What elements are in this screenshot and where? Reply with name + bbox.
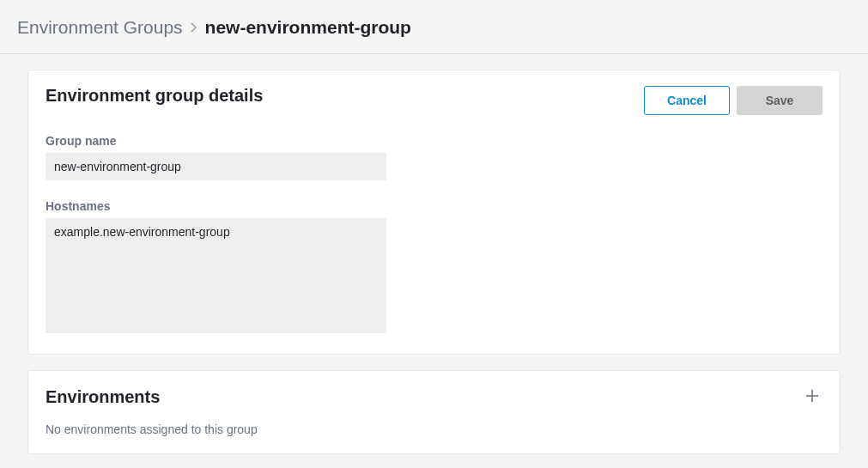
plus-icon xyxy=(804,388,820,406)
breadcrumb-parent-link[interactable]: Environment Groups xyxy=(17,17,183,38)
hostnames-label: Hostnames xyxy=(46,199,822,213)
environments-card: Environments No environments assigned to… xyxy=(27,370,841,454)
breadcrumb-current: new-environment-group xyxy=(205,17,411,38)
details-card-header: Environment group details Cancel Save xyxy=(46,86,822,115)
group-name-input[interactable] xyxy=(46,153,386,180)
details-card: Environment group details Cancel Save Gr… xyxy=(27,70,841,355)
environments-title: Environments xyxy=(46,387,160,407)
add-environment-button[interactable] xyxy=(802,386,822,407)
breadcrumb: Environment Groups new-environment-group xyxy=(0,0,868,54)
main-content: Environment group details Cancel Save Gr… xyxy=(0,54,868,468)
cancel-button[interactable]: Cancel xyxy=(644,86,730,115)
environments-empty-message: No environments assigned to this group xyxy=(46,422,822,436)
chevron-right-icon xyxy=(190,21,198,33)
details-actions: Cancel Save xyxy=(644,86,822,115)
save-button[interactable]: Save xyxy=(737,86,822,115)
hostnames-input[interactable] xyxy=(46,218,386,333)
group-name-label: Group name xyxy=(46,134,822,148)
environments-header: Environments xyxy=(46,386,822,407)
hostnames-field: Hostnames xyxy=(46,199,822,337)
details-title: Environment group details xyxy=(46,86,263,106)
group-name-field: Group name xyxy=(46,134,822,180)
